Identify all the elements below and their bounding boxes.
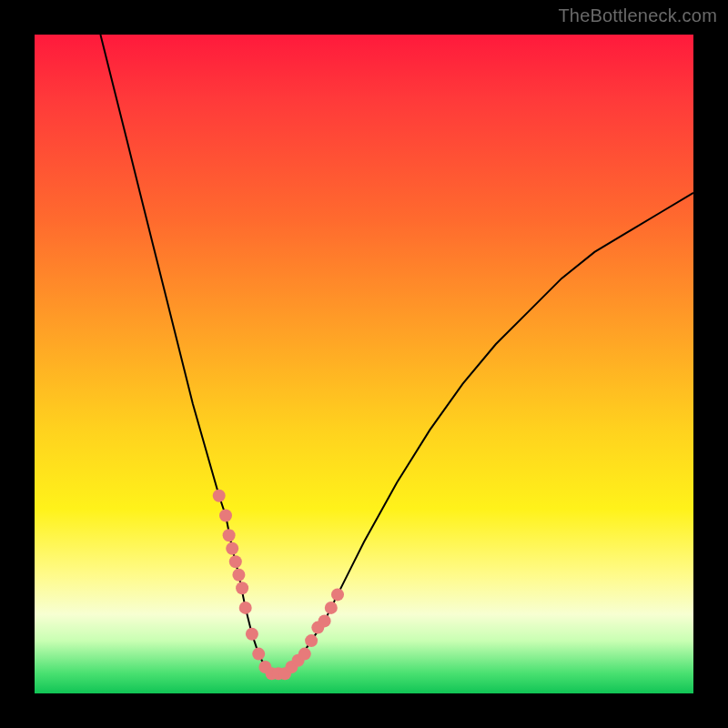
marker-point: [223, 529, 236, 541]
marker-point: [229, 555, 242, 568]
marker-point: [331, 588, 344, 601]
marker-point: [325, 602, 338, 614]
marker-point: [252, 648, 265, 661]
marker-group: [213, 490, 344, 681]
marker-point: [236, 581, 248, 594]
marker-point: [298, 648, 311, 661]
marker-point: [246, 628, 258, 641]
marker-point: [232, 569, 245, 581]
plot-area: [35, 35, 693, 693]
bottleneck-curve: [100, 35, 693, 673]
marker-point: [305, 634, 318, 647]
chart-frame: TheBottleneck.com: [0, 0, 728, 728]
marker-point: [239, 602, 252, 614]
marker-point: [226, 542, 238, 555]
curve-svg: [35, 35, 693, 693]
marker-point: [318, 614, 331, 627]
watermark-text: TheBottleneck.com: [558, 5, 717, 26]
marker-point: [213, 490, 226, 502]
marker-point: [219, 510, 232, 522]
